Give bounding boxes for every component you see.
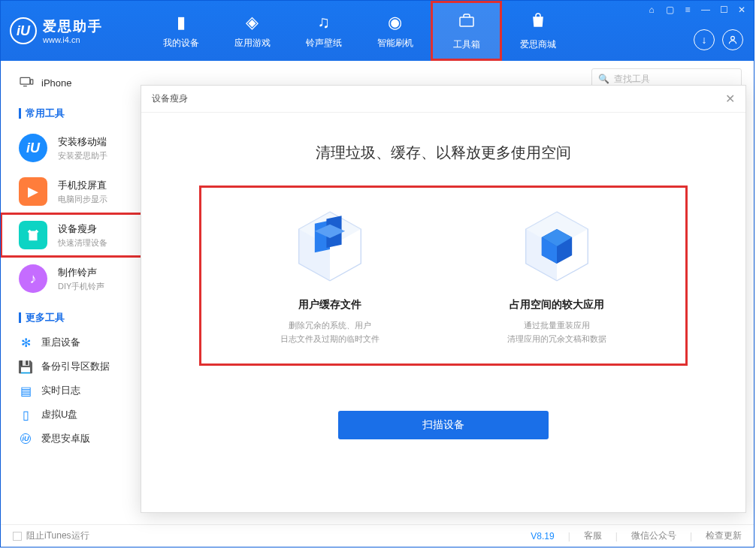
install-icon: iU — [19, 134, 47, 162]
app-url: www.i4.cn — [43, 35, 103, 44]
nav-my-device[interactable]: ▮ 我的设备 — [145, 1, 216, 61]
option2-desc: 通过批量重装应用 清理应用的冗余文稿和数据 — [507, 319, 606, 345]
log-icon: ▤ — [19, 384, 32, 397]
svg-rect-0 — [460, 17, 473, 26]
option1-title: 用户缓存文件 — [298, 298, 361, 312]
titlebar: iU 爱思助手 www.i4.cn ▮ 我的设备 ◈ 应用游戏 ♫ 铃声壁纸 ◉… — [1, 1, 754, 61]
itunes-block-label: 阻止iTunes运行 — [26, 529, 89, 542]
modal-heading: 清理垃圾、缓存、以释放更多使用空间 — [316, 143, 571, 163]
maximize-icon[interactable]: ☐ — [718, 4, 730, 16]
modal-body: 清理垃圾、缓存、以释放更多使用空间 用户缓存文件 — [141, 113, 745, 512]
option1-desc: 删除冗余的系统、用户 日志文件及过期的临时文件 — [280, 319, 380, 345]
update-link[interactable]: 检查更新 — [706, 529, 742, 542]
wechat-link[interactable]: 微信公众号 — [631, 529, 676, 542]
android-icon: iU — [19, 432, 32, 445]
window-controls: ⌂ ▢ ≡ — ☐ ✕ — [646, 4, 748, 16]
logo-text: 爱思助手 www.i4.cn — [43, 17, 103, 44]
status-right: V8.19 | 客服 | 微信公众号 | 检查更新 — [531, 529, 742, 542]
support-link[interactable]: 客服 — [584, 529, 602, 542]
svg-rect-3 — [31, 80, 33, 84]
menu-icon[interactable]: ≡ — [682, 4, 694, 16]
shirt-clean-icon — [19, 221, 47, 249]
option2-title: 占用空间的较大应用 — [510, 298, 604, 312]
status-left: 阻止iTunes运行 — [13, 529, 89, 542]
shirt-icon[interactable]: ⌂ — [646, 4, 658, 16]
option-user-cache[interactable]: 用户缓存文件 删除冗余的系统、用户 日志文件及过期的临时文件 — [232, 205, 428, 345]
logo-area: iU 爱思助手 www.i4.cn — [10, 17, 145, 44]
nav-smart-flash[interactable]: ◉ 智能刷机 — [359, 1, 431, 61]
usb-icon: ▯ — [19, 408, 32, 421]
logo-icon: iU — [10, 17, 37, 44]
modal-title-bar: 设备瘦身 — [152, 92, 188, 105]
nav-apps-games[interactable]: ◈ 应用游戏 — [216, 1, 288, 61]
search-icon: 🔍 — [598, 74, 609, 84]
nav-toolbox[interactable]: 工具箱 — [431, 1, 502, 61]
device-slim-modal: 设备瘦身 ✕ 清理垃圾、缓存、以释放更多使用空间 — [141, 85, 746, 513]
loading-icon: ✻ — [19, 336, 32, 349]
music-icon: ♪ — [19, 264, 47, 293]
save-icon: 💾 — [19, 360, 32, 373]
user-button[interactable] — [722, 29, 743, 50]
modal-header: 设备瘦身 ✕ — [141, 86, 745, 113]
note-icon[interactable]: ▢ — [664, 4, 676, 16]
nav-store[interactable]: 爱思商城 — [502, 1, 573, 61]
cube-icon: ◈ — [246, 13, 259, 32]
minimize-icon[interactable]: — — [700, 4, 712, 16]
itunes-block-checkbox[interactable] — [13, 532, 22, 541]
device-name: iPhone — [41, 77, 71, 89]
app-window: iU 爱思助手 www.i4.cn ▮ 我的设备 ◈ 应用游戏 ♫ 铃声壁纸 ◉… — [0, 0, 754, 547]
device-icon — [19, 76, 34, 90]
modal-close-button[interactable]: ✕ — [725, 92, 735, 106]
download-button[interactable]: ↓ — [694, 29, 715, 50]
bag-icon — [529, 11, 547, 34]
header-actions: ↓ — [694, 29, 743, 50]
app-cube-icon — [516, 205, 598, 288]
cache-cube-icon — [289, 205, 371, 288]
music-file-icon: ♫ — [317, 13, 330, 32]
version-label: V8.19 — [531, 531, 554, 541]
phone-icon: ▮ — [177, 13, 186, 32]
options-container: 用户缓存文件 删除冗余的系统、用户 日志文件及过期的临时文件 — [199, 186, 688, 366]
option-large-apps[interactable]: 占用空间的较大应用 通过批量重装应用 清理应用的冗余文稿和数据 — [459, 205, 655, 345]
toolbox-icon — [458, 11, 476, 34]
app-title: 爱思助手 — [43, 17, 103, 35]
refresh-icon: ◉ — [388, 13, 402, 32]
svg-rect-2 — [20, 77, 30, 84]
nav-tabs: ▮ 我的设备 ◈ 应用游戏 ♫ 铃声壁纸 ◉ 智能刷机 工具箱 — [145, 1, 573, 61]
scan-device-button[interactable]: 扫描设备 — [338, 411, 549, 439]
statusbar: 阻止iTunes运行 V8.19 | 客服 | 微信公众号 | 检查更新 — [1, 524, 754, 547]
svg-point-1 — [731, 36, 735, 40]
nav-ringtone-wallpaper[interactable]: ♫ 铃声壁纸 — [288, 1, 359, 61]
close-icon[interactable]: ✕ — [736, 4, 748, 16]
play-icon: ▶ — [19, 177, 47, 206]
